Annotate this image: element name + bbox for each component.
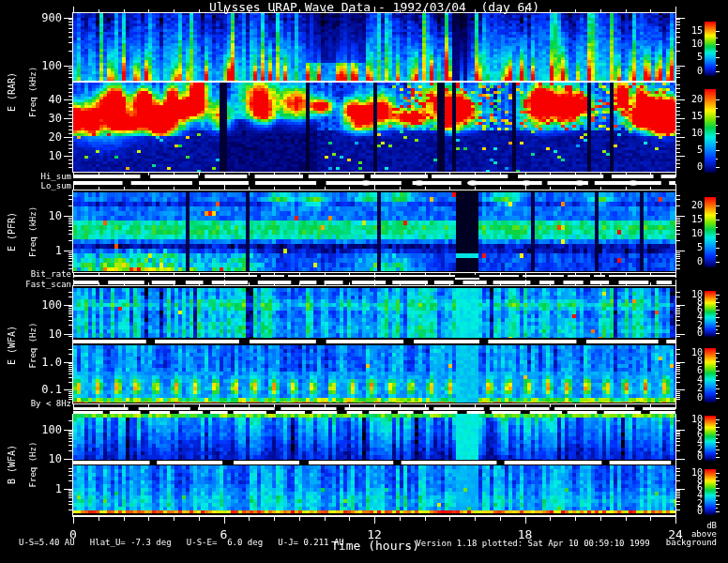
colorbar-tick-label-6-0: 0 — [697, 507, 703, 516]
freq-tick-label-0.1: 0.1 — [41, 384, 62, 395]
plot-page: { "title": "Ulysses URAP Wave Data - 199… — [0, 0, 728, 563]
colorbar-tick-label-1-20: 20 — [691, 95, 703, 104]
colorbar-tick-label-1-5: 5 — [697, 145, 703, 155]
panel-ylabel-0: E (RAR) — [8, 72, 17, 112]
panel-freq-axis-label-3: Freq (Hz) — [29, 442, 38, 488]
freq-tick-label-100: 100 — [41, 299, 62, 311]
panel-ylabel-1: E (PFR) — [8, 212, 17, 251]
version-text: Version 1.18 plotted: Sat Apr 10 00:59:1… — [416, 540, 649, 548]
colorbar-tick-label-0-15: 15 — [691, 26, 703, 36]
panel-freq-axis-label-0: Freq (kHz) — [29, 67, 38, 117]
colorbar-tick-label-0-0: 0 — [697, 67, 703, 76]
colorbar-tick-label-3-0: 0 — [697, 328, 703, 338]
panel-ylabel-3: B (WFA) — [8, 445, 17, 484]
colorbar-tick-label-1-15: 15 — [691, 112, 703, 121]
strip-label-4: By < 8Hz — [31, 400, 71, 408]
colorbar-tick-label-2-15: 15 — [691, 215, 703, 224]
colorbar-tick-label-2-0: 0 — [697, 257, 703, 266]
time-tick-label-0: 0 — [69, 528, 77, 540]
colorbar-tick-label-5-0: 0 — [697, 452, 703, 462]
freq-tick-label-900: 900 — [41, 12, 62, 23]
freq-tick-label-10: 10 — [49, 453, 62, 464]
panel-ylabel-2: E (WFA) — [8, 326, 17, 365]
freq-tick-label-1: 1 — [55, 245, 62, 256]
colorbar-tick-label-2-5: 5 — [697, 243, 703, 252]
freq-tick-label-20: 20 — [49, 131, 62, 143]
time-tick-label-12: 12 — [367, 528, 382, 540]
strip-label-0: Hi_sum — [40, 173, 71, 181]
colorbar-tick-label-1-0: 0 — [697, 162, 703, 172]
freq-tick-label-30: 30 — [49, 113, 62, 124]
freq-tick-label-100: 100 — [41, 424, 62, 435]
time-tick-label-6: 6 — [220, 528, 228, 540]
plot-title: Ulysses URAP Wave Data - 1992/03/04 (day… — [209, 1, 539, 13]
colorbar-tick-label-0-5: 5 — [697, 53, 703, 62]
freq-tick-label-10: 10 — [49, 210, 62, 221]
freq-tick-label-10: 10 — [49, 150, 62, 161]
colorbar-tick-label-0-10: 10 — [691, 39, 703, 49]
colorbar-tick-label-2-20: 20 — [691, 201, 703, 210]
time-tick-label-18: 18 — [518, 528, 533, 540]
ephemeris-text: U-S=5.40 AU Hlat_U= -7.3 deg U-S-E= 6.0 … — [19, 539, 344, 547]
strip-label-1: Lo_sum — [40, 182, 71, 190]
freq-tick-label-10: 10 — [49, 328, 62, 340]
strip-label-2: Bit_rate — [31, 270, 71, 279]
panel-freq-axis-label-2: Freq (Hz) — [29, 323, 38, 369]
strip-label-3: Fast_scan — [25, 281, 71, 289]
freq-tick-label-100: 100 — [41, 60, 62, 71]
panel-freq-axis-label-1: Freq (kHz) — [29, 206, 38, 257]
colorbar-tick-label-4-0: 0 — [697, 393, 703, 403]
freq-tick-label-40: 40 — [49, 94, 62, 105]
colorbar-tick-label-1-10: 10 — [691, 129, 703, 138]
colorbar-note-line-2: background — [666, 539, 717, 547]
colorbar-tick-label-2-10: 10 — [691, 229, 703, 238]
spectrogram-canvas — [0, 0, 728, 563]
freq-tick-label-1.0: 1.0 — [41, 357, 62, 368]
freq-tick-label-1: 1 — [55, 483, 62, 495]
